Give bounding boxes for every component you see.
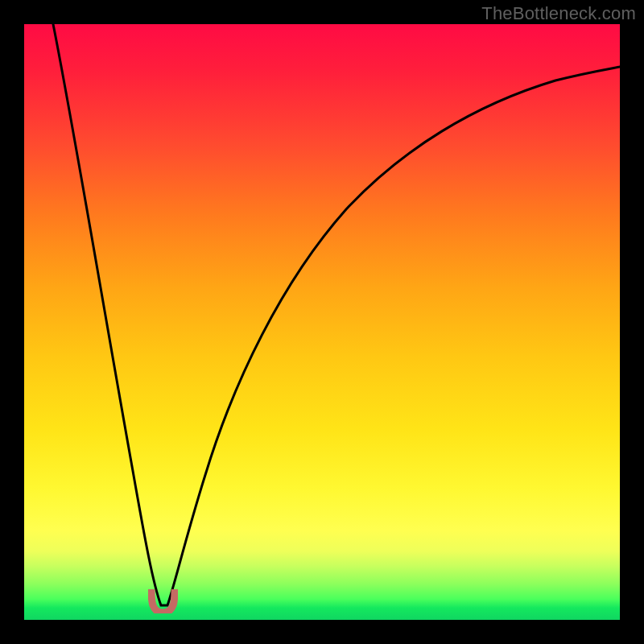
bottleneck-curve <box>24 24 620 620</box>
chart-area <box>24 24 620 620</box>
watermark-text: TheBottleneck.com <box>481 3 636 24</box>
minimum-marker <box>148 589 178 613</box>
